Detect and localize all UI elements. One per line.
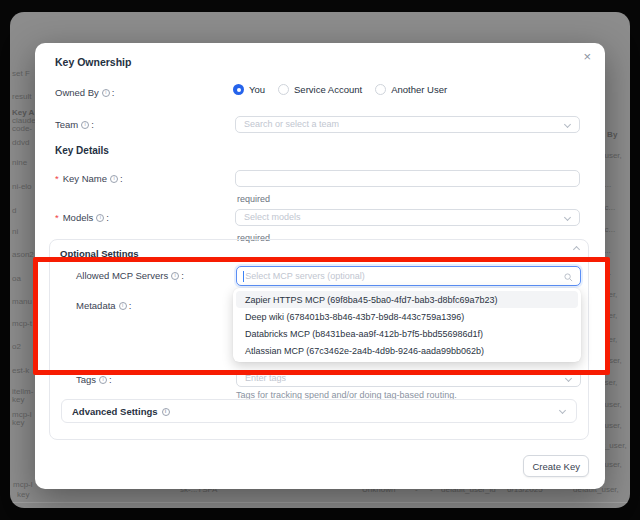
- optional-settings-header[interactable]: Optional Settings: [60, 249, 139, 259]
- info-icon[interactable]: i: [171, 272, 179, 280]
- bg-text-fragment: result: [12, 93, 32, 101]
- bg-text-fragment: ni: [12, 228, 18, 236]
- owned-by-label: Owned By i :: [55, 88, 114, 98]
- bg-text-fragment: set F: [12, 70, 30, 78]
- info-icon[interactable]: i: [110, 175, 118, 183]
- radio-another-user[interactable]: Another User: [375, 84, 447, 95]
- bg-text-fragment: mcp-l: [13, 481, 33, 489]
- bg-text-fragment: manu: [12, 298, 32, 306]
- bg-text-fragment: ddvd: [12, 139, 29, 147]
- bg-text-fragment: ni-elo: [12, 183, 32, 191]
- owned-by-radio-group: You Service Account Another User: [233, 84, 447, 95]
- radio-unselected-icon: [278, 84, 289, 95]
- bg-text-fragment: key: [12, 396, 24, 404]
- allowed-mcp-select[interactable]: Select MCP servers (optional): [236, 266, 581, 286]
- chevron-down-icon: [565, 375, 572, 382]
- key-name-label: * Key Name i :: [55, 174, 123, 184]
- advanced-settings-header: Advanced Settings i: [72, 407, 170, 417]
- info-icon[interactable]: i: [96, 214, 104, 222]
- bg-text-fragment: nine: [12, 159, 27, 167]
- bg-text-fragment: mcp-t: [12, 320, 32, 328]
- bg-text-fragment: ason2: [12, 251, 34, 259]
- search-icon: [564, 273, 573, 282]
- tags-select[interactable]: Enter tags: [236, 370, 581, 387]
- radio-service-account[interactable]: Service Account: [278, 84, 362, 95]
- bg-text-fragment: code-: [12, 125, 32, 133]
- radio-unselected-icon: [375, 84, 386, 95]
- bg-text-fragment: d: [12, 207, 16, 215]
- modal-title: Key Ownership: [55, 56, 131, 68]
- bg-text-fragment: o2: [12, 343, 21, 351]
- bg-text-fragment: key: [17, 491, 29, 499]
- chevron-down-icon: [559, 407, 566, 414]
- info-icon[interactable]: i: [102, 89, 110, 97]
- key-details-heading: Key Details: [55, 146, 109, 156]
- models-select[interactable]: Select models: [235, 209, 580, 226]
- create-key-modal: Key Ownership × Owned By i : You Service…: [35, 43, 605, 489]
- tags-label: Tags i :: [76, 375, 112, 385]
- models-label: * Models i :: [55, 213, 109, 223]
- chevron-down-icon: [564, 121, 571, 128]
- team-select[interactable]: Search or select a team: [235, 116, 580, 133]
- bg-text-fragment: key: [12, 419, 24, 427]
- info-icon[interactable]: i: [99, 376, 107, 384]
- close-icon[interactable]: ×: [583, 50, 591, 63]
- info-icon[interactable]: i: [119, 302, 127, 310]
- mcp-option-zapier[interactable]: Zapier HTTPS MCP (69f8ba45-5ba0-4fd7-bab…: [236, 291, 578, 308]
- radio-you[interactable]: You: [233, 84, 265, 95]
- team-label: Team i :: [55, 120, 94, 130]
- advanced-settings-panel[interactable]: Advanced Settings i: [61, 399, 577, 423]
- mcp-option-deep-wiki[interactable]: Deep wiki (678401b3-8b46-43b7-b9d8-443c7…: [236, 308, 578, 325]
- create-key-button[interactable]: Create Key: [523, 455, 589, 477]
- text-cursor: [243, 271, 244, 282]
- mcp-option-atlassian[interactable]: Atlassian MCP (67c3462e-2a4b-4d9b-9246-a…: [236, 342, 578, 359]
- bg-text-fragment: oa: [12, 275, 21, 283]
- chevron-down-icon: [564, 214, 571, 221]
- chevron-up-icon[interactable]: [573, 246, 580, 253]
- bg-text-fragment: est-k: [12, 367, 29, 375]
- info-icon[interactable]: i: [162, 408, 170, 416]
- key-name-input[interactable]: [235, 170, 580, 187]
- mcp-server-dropdown: Zapier HTTPS MCP (69f8ba45-5ba0-4fd7-bab…: [233, 288, 581, 362]
- info-icon[interactable]: i: [81, 121, 89, 129]
- mcp-option-databricks[interactable]: Databricks MCP (b8431bea-aa9f-412b-b7f5-…: [236, 325, 578, 342]
- bg-table-divider: [10, 502, 630, 503]
- key-name-validation: required: [237, 195, 270, 204]
- metadata-label: Metadata i :: [76, 301, 131, 311]
- radio-selected-icon: [233, 84, 244, 95]
- allowed-mcp-label: Allowed MCP Servers i :: [76, 271, 184, 281]
